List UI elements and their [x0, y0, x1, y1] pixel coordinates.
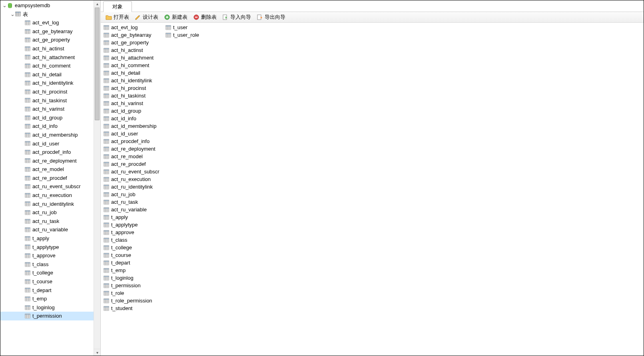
- list-item[interactable]: act_id_group: [103, 107, 165, 115]
- tree-table-node[interactable]: t_permission: [0, 312, 94, 320]
- tree-table-node[interactable]: act_hi_detail: [0, 70, 94, 79]
- tree-table-node[interactable]: t_depart: [0, 286, 94, 295]
- tree-table-node[interactable]: act_re_procdef: [0, 174, 94, 183]
- main-panel: 对象 打开表 设计表 新建表 删除表 导入向导: [101, 0, 644, 356]
- import-wizard-button[interactable]: 导入向导: [222, 14, 251, 21]
- tree-table-node[interactable]: act_hi_procinst: [0, 88, 94, 96]
- tree-table-node[interactable]: act_id_info: [0, 122, 94, 131]
- design-table-button[interactable]: 设计表: [135, 14, 158, 21]
- tree-table-node[interactable]: t_college: [0, 268, 94, 277]
- list-item[interactable]: act_re_procdef: [103, 160, 165, 168]
- svg-rect-111: [25, 167, 30, 169]
- tree-table-node[interactable]: t_loginlog: [0, 303, 94, 312]
- list-item[interactable]: act_id_membership: [103, 122, 165, 130]
- scroll-up-icon[interactable]: ▴: [94, 0, 100, 7]
- list-item[interactable]: act_id_info: [103, 115, 165, 122]
- tree-table-node[interactable]: act_procdef_info: [0, 148, 94, 157]
- list-item[interactable]: act_ge_bytearray: [103, 31, 165, 39]
- tree-db-node[interactable]: ⌄ eampsystemdb: [0, 1, 94, 10]
- table-icon: [103, 184, 110, 190]
- list-item[interactable]: act_ge_property: [103, 39, 165, 46]
- tree-table-node[interactable]: act_ru_execution: [0, 191, 94, 200]
- list-item[interactable]: t_depart: [103, 259, 165, 267]
- list-item[interactable]: act_ru_variable: [103, 206, 165, 213]
- list-item[interactable]: act_re_model: [103, 153, 165, 160]
- tree-table-node[interactable]: act_re_model: [0, 165, 94, 174]
- tree-table-node[interactable]: act_hi_taskinst: [0, 96, 94, 105]
- new-table-button[interactable]: 新建表: [164, 14, 187, 21]
- list-item[interactable]: t_loginlog: [103, 274, 165, 282]
- list-item[interactable]: t_apply: [103, 213, 165, 221]
- tree-table-node[interactable]: act_re_deployment: [0, 157, 94, 165]
- svg-rect-355: [104, 192, 109, 193]
- tree-tables-list: act_evt_logact_ge_bytearrayact_ge_proper…: [0, 18, 94, 320]
- tree-table-node[interactable]: act_id_membership: [0, 131, 94, 139]
- tree-table-node[interactable]: t_emp: [0, 294, 94, 303]
- list-item[interactable]: act_hi_comment: [103, 62, 165, 69]
- list-item[interactable]: t_class: [103, 236, 165, 244]
- scroll-down-icon[interactable]: ▾: [94, 349, 100, 356]
- tree-table-node[interactable]: act_hi_actinst: [0, 44, 94, 53]
- table-label: t_class: [32, 260, 52, 269]
- tree-table-node[interactable]: act_ge_bytearray: [0, 27, 94, 36]
- list-item[interactable]: act_hi_attachment: [103, 54, 165, 62]
- list-item[interactable]: act_re_deployment: [103, 145, 165, 153]
- scroll-thumb[interactable]: [95, 8, 100, 120]
- svg-rect-3: [16, 12, 20, 13]
- list-item[interactable]: act_hi_procinst: [103, 84, 165, 92]
- list-item[interactable]: act_ru_identitylink: [103, 183, 165, 191]
- sidebar-scrollbar[interactable]: ▴ ▾: [94, 0, 100, 356]
- list-item[interactable]: act_hi_varinst: [103, 99, 165, 107]
- tree-table-node[interactable]: t_approve: [0, 251, 94, 260]
- tree-table-node[interactable]: act_ru_job: [0, 208, 94, 217]
- list-item[interactable]: t_course: [103, 251, 165, 259]
- list-item[interactable]: act_id_user: [103, 130, 165, 137]
- tree-table-node[interactable]: t_applytype: [0, 243, 94, 252]
- tree-table-node[interactable]: act_hi_attachment: [0, 53, 94, 62]
- tree-table-node[interactable]: t_apply: [0, 234, 94, 243]
- tree-table-node[interactable]: t_class: [0, 260, 94, 269]
- tree-tables-node[interactable]: ⌄ 表: [0, 10, 94, 19]
- tree-table-node[interactable]: act_id_user: [0, 139, 94, 148]
- list-item[interactable]: act_ru_execution: [103, 175, 165, 183]
- table-label: act_hi_comment: [32, 62, 74, 70]
- list-item[interactable]: t_role: [103, 289, 165, 297]
- tree-table-node[interactable]: act_hi_comment: [0, 62, 94, 70]
- tree-table-node[interactable]: act_ru_identitylink: [0, 200, 94, 209]
- list-item[interactable]: t_user_role: [165, 31, 227, 39]
- export-wizard-button[interactable]: 导出向导: [257, 14, 285, 21]
- delete-table-button[interactable]: 删除表: [193, 14, 217, 21]
- list-item[interactable]: act_ru_event_subscr: [103, 168, 165, 175]
- list-item[interactable]: act_hi_taskinst: [103, 92, 165, 99]
- list-item[interactable]: act_procdef_info: [103, 137, 165, 145]
- table-icon: [103, 93, 110, 99]
- list-item[interactable]: act_evt_log: [103, 24, 165, 31]
- list-item[interactable]: t_college: [103, 244, 165, 251]
- tree-table-node[interactable]: act_evt_log: [0, 18, 94, 27]
- open-table-button[interactable]: 打开表: [106, 14, 129, 21]
- list-item[interactable]: act_ru_task: [103, 198, 165, 206]
- list-item[interactable]: act_ru_job: [103, 191, 165, 198]
- list-item[interactable]: t_applytype: [103, 221, 165, 229]
- tree-table-node[interactable]: t_course: [0, 277, 94, 286]
- list-item[interactable]: t_approve: [103, 229, 165, 236]
- list-item[interactable]: t_role_permission: [103, 297, 165, 304]
- svg-rect-289: [104, 109, 109, 110]
- tree-table-node[interactable]: act_ru_variable: [0, 225, 94, 234]
- list-item[interactable]: act_hi_identitylink: [103, 77, 165, 84]
- list-item[interactable]: t_permission: [103, 282, 165, 289]
- tree-table-node[interactable]: act_ru_event_subscr: [0, 182, 94, 191]
- list-item[interactable]: act_hi_detail: [103, 69, 165, 77]
- list-item[interactable]: t_user: [165, 24, 227, 31]
- list-item[interactable]: act_hi_actinst: [103, 46, 165, 54]
- tree-table-node[interactable]: act_hi_varinst: [0, 105, 94, 113]
- tree-table-node[interactable]: act_ge_property: [0, 36, 94, 44]
- list-item[interactable]: t_student: [103, 304, 165, 312]
- expand-icon[interactable]: ⌄: [2, 1, 7, 10]
- tab-objects[interactable]: 对象: [103, 1, 132, 12]
- expand-icon[interactable]: ⌄: [10, 10, 15, 19]
- tree-table-node[interactable]: act_ru_task: [0, 217, 94, 226]
- tree-table-node[interactable]: act_hi_identitylink: [0, 79, 94, 88]
- list-item[interactable]: t_emp: [103, 267, 165, 274]
- tree-table-node[interactable]: act_id_group: [0, 113, 94, 122]
